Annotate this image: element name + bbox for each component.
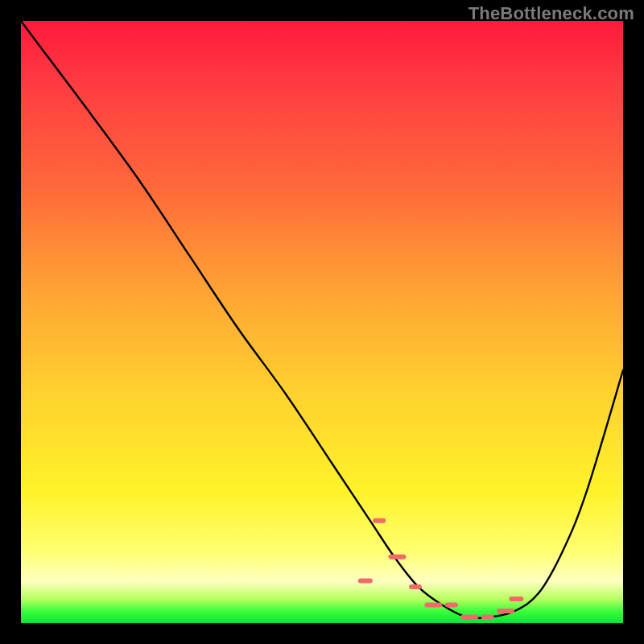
plot-outer-border: [21, 21, 623, 623]
chart-frame: TheBottleneck.com: [0, 0, 644, 644]
plot-gradient-background: [21, 21, 623, 623]
watermark-text: TheBottleneck.com: [469, 3, 634, 24]
